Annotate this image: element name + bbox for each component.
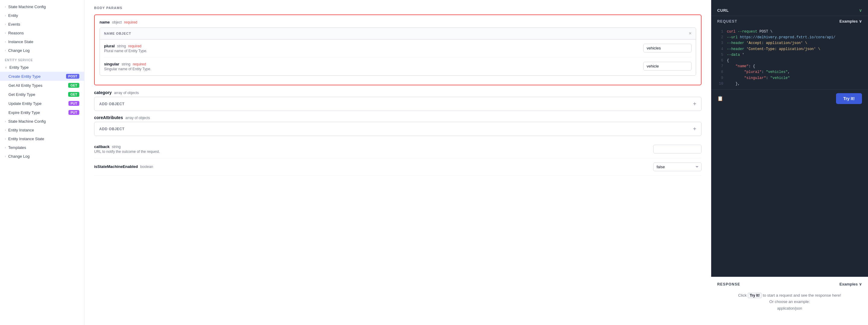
response-hint: Click Try It! to start a request and see… [738,292,841,305]
chevron-right-icon: › [5,120,6,123]
sidebar-item-label: Update Entity Type [8,101,42,106]
sidebar-item-label: Entity Instance [8,128,34,132]
core-attributes-type-tag: array of objects [125,116,150,120]
code-content: "singular": "vehicle" [727,75,790,81]
sidebar-item-change-log-bottom[interactable]: › Change Log [0,152,84,161]
code-line-8: 8 "plural": "vehicles", [717,69,862,75]
sidebar-item-reasons[interactable]: › Reasons [0,29,84,37]
core-attributes-add-object[interactable]: ADD OBJECT + [94,122,702,136]
code-line-7: 7 "name": { [717,64,862,69]
sidebar-item-label: Expire Entity Type [8,110,40,115]
code-content: "name": { [727,64,755,69]
code-line-3: 3 --header 'Accept: application/json' \ [717,40,862,46]
curl-section: CURL ∨ REQUEST Examples ∨ 1 curl --reque… [711,0,868,277]
sidebar-item-label: Events [8,22,20,27]
sidebar-item-state-machine-config-bottom[interactable]: › State Machine Config [0,117,84,126]
chevron-right-icon: › [5,146,6,149]
curl-chevron-icon[interactable]: ∨ [859,8,862,13]
singular-type-tag: string [122,62,130,66]
try-it-hint-ref: Try It! [748,293,762,298]
category-label-text: category [94,90,112,95]
singular-field-info: singular string required Singular name o… [104,62,643,71]
callback-type-tag: string [112,145,121,149]
callback-param-label: callback string [94,144,653,149]
sidebar-item-change-log-top[interactable]: › Change Log [0,46,84,55]
sidebar-item-entity-instance-state[interactable]: › Entity Instance State [0,134,84,143]
get-badge: GET [68,83,79,88]
sidebar-item-update-entity-type[interactable]: Update Entity Type PUT [0,99,84,108]
name-object-box: NAME OBJECT × plural string required Plu… [99,27,696,76]
copy-icon[interactable]: 📋 [717,96,723,101]
chevron-right-icon: › [5,40,6,43]
sidebar-item-create-entity-type[interactable]: Create Entity Type POST [0,72,84,81]
sidebar-item-get-entity-type[interactable]: Get Entity Type GET [0,90,84,99]
hint-start-text: to start a request and see the response … [763,293,841,298]
singular-field-row: singular string required Singular name o… [104,62,691,71]
code-line-2: 2 --url https://delhivery.preprod.fxtrt.… [717,35,862,40]
line-num: 6 [717,58,723,64]
chevron-right-icon: › [5,137,6,140]
name-label-text: name [99,20,110,25]
sidebar-item-entity-type-group[interactable]: ∨ Entity Type [0,63,84,72]
callback-param-info: callback string URL to notify the outcom… [94,144,653,154]
response-section: RESPONSE Examples ∨ Click Try It! to sta… [711,277,868,325]
line-num: 4 [717,46,723,52]
try-it-button[interactable]: Try It! [836,93,862,104]
line-num: 1 [717,29,723,35]
code-content: --data ' [727,52,744,58]
examples-dropdown[interactable]: Examples ∨ [839,19,862,24]
chevron-right-icon: › [5,49,6,52]
entity-type-group-label: Entity Type [9,65,29,70]
sidebar-item-state-machine-config-top[interactable]: › State Machine Config [0,2,84,11]
sidebar-item-label: Change Log [8,154,30,159]
sidebar-item-label: Entity Instance State [8,137,44,141]
post-badge: POST [66,74,79,79]
sidebar-item-instance-state[interactable]: › Instance State [0,37,84,46]
response-examples-label: Examples [839,282,858,286]
plural-input[interactable] [643,44,691,53]
request-header: REQUEST Examples ∨ [711,16,868,27]
sidebar: › State Machine Config › Entity › Events… [0,0,85,325]
code-block: 1 curl --request POST \ 2 --url https://… [711,27,868,89]
line-num: 7 [717,64,723,69]
chevron-right-icon: › [5,14,6,17]
code-content: --header 'Accept: application/json' \ [727,40,807,46]
hint-or-text: Or choose an example: [769,299,810,304]
nested-close-button[interactable]: × [689,31,691,36]
sidebar-item-templates[interactable]: › Templates [0,143,84,152]
code-line-9: 9 "singular": "vehicle" [717,75,862,81]
sidebar-item-expire-entity-type[interactable]: Expire Entity Type PUT [0,108,84,117]
response-header: RESPONSE Examples ∨ [717,282,862,286]
chevron-right-icon: › [5,5,6,8]
body-params-title: BODY PARAMS [94,6,702,10]
category-add-object[interactable]: ADD OBJECT + [94,97,702,111]
chevron-right-icon: › [5,23,6,26]
name-param-label: name object required [99,20,696,25]
state-machine-select[interactable]: false true [653,162,702,171]
response-hint-area: Click Try It! to start a request and see… [717,290,862,313]
sidebar-item-get-all-entity-types[interactable]: Get All Entity Types GET [0,81,84,90]
core-attributes-label-text: coreAttributes [94,115,123,120]
curl-header: CURL ∨ [711,5,868,16]
singular-input[interactable] [643,62,691,70]
callback-input[interactable] [653,145,702,154]
sidebar-item-events[interactable]: › Events [0,20,84,29]
add-icon-2: + [693,126,696,132]
sidebar-item-entity-instance[interactable]: › Entity Instance [0,126,84,134]
plural-field-info: plural string required Plural name of En… [104,44,643,53]
line-num: 9 [717,75,723,81]
callback-label-text: callback [94,144,110,149]
sidebar-item-label: Reasons [8,31,24,35]
callback-param-row: callback string URL to notify the outcom… [94,140,702,158]
name-param-container: name object required NAME OBJECT × plura… [94,14,702,85]
line-num: 3 [717,40,723,46]
singular-label-text: singular [104,62,119,66]
sidebar-item-entity[interactable]: › Entity [0,11,84,20]
code-content: }, [727,81,740,87]
plural-required-tag: required [128,44,142,48]
response-examples-dropdown[interactable]: Examples ∨ [839,282,862,286]
response-bottom-text: application/json [777,306,802,311]
plural-label: plural string required [104,44,643,48]
callback-description: URL to notify the outcome of the request… [94,150,653,154]
line-num: 10 [717,81,723,87]
